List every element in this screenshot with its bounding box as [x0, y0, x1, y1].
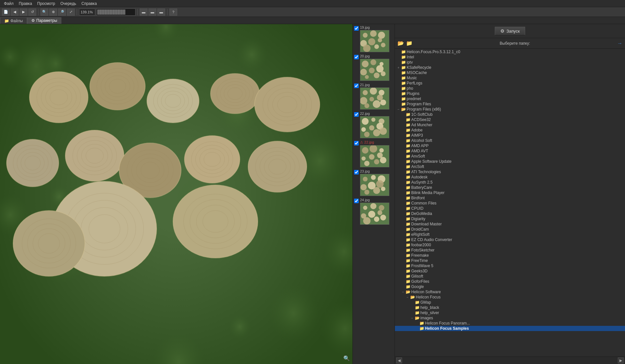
tree-item-tree-degomedia[interactable]: 📁DeGoMedia [395, 211, 625, 216]
tree-item-tree-cpuid[interactable]: 📁CPUID [395, 206, 625, 211]
tree-item-tree-amd-avt[interactable]: 📁AMD AVT [395, 148, 625, 154]
tree-item-tree-helicon-focus-samples[interactable]: 📁Helicon Focus Samples [395, 326, 625, 331]
thumbnail-item-thumb-21[interactable]: 21.jpg [353, 82, 395, 110]
tree-item-tree-erightsoft[interactable]: 📁eRightSoft [395, 232, 625, 237]
tree-item-tree-acdsee32[interactable]: 📁ACDSee32 [395, 117, 625, 122]
tree-item-tree-anvsoft[interactable]: 📁AnvSoft [395, 154, 625, 159]
thumb-checkbox-thumb-21[interactable] [354, 83, 359, 88]
thumb-image-thumb-23[interactable] [360, 174, 389, 196]
thumb-checkbox-thumb-19[interactable] [354, 26, 359, 31]
tb-view-btn3[interactable]: ▬ [157, 8, 165, 16]
menu-view[interactable]: Просмотр [35, 1, 58, 7]
tree-item-tree-gmap[interactable]: 📁GMap [395, 300, 625, 305]
tree-item-tree-helicon-focus[interactable]: −📂Helicon Focus [395, 295, 625, 300]
tb-zoom-in-button[interactable]: 🔍 [40, 8, 48, 16]
tree-item-tree-ad-muncher[interactable]: 📁Ad Muncher [395, 122, 625, 128]
tree-item-tree-ez-cd-audio-converter[interactable]: 📁EZ CD Audio Converter [395, 237, 625, 242]
tree-item-tree-amd-app[interactable]: 📁AMD APP [395, 143, 625, 148]
tree-expand-tree-helicon-software[interactable]: − [401, 290, 405, 294]
tree-item-tree-arcsoft[interactable]: 📁ArcSoft [395, 164, 625, 169]
tree-item-tree-bilink-media-player[interactable]: 📁Bilink Media Player [395, 190, 625, 195]
tab-params[interactable]: ⚙ Параметры [27, 17, 61, 24]
thumb-checkbox-thumb-22b[interactable] [354, 141, 359, 145]
tree-item-tree-freetime[interactable]: 📁FreeTime [395, 258, 625, 263]
tree-item-tree-aimp3[interactable]: 📁AIMP3 [395, 133, 625, 138]
magnify-icon[interactable]: 🔍 [343, 355, 350, 361]
tree-item-tree-google[interactable]: 📁Google [395, 284, 625, 289]
tree-expand-tree-images[interactable]: − [410, 316, 414, 320]
thumb-checkbox-thumb-23[interactable] [354, 170, 359, 174]
file-tree[interactable]: 📁Helicon.Focus.Pro.5.3.12.1_c0📁Intel📁ipt… [395, 49, 625, 356]
tree-expand-tree-program-files-x86[interactable]: − [396, 107, 401, 112]
tab-files[interactable]: 📁 Файлы [0, 17, 27, 24]
tree-item-tree-program-files-x86[interactable]: −📂Program Files (x86) [395, 107, 625, 112]
tree-item-tree-frostwave-5[interactable]: 📁FrostWave 5 [395, 263, 625, 268]
thumb-checkbox-thumb-24[interactable] [354, 199, 359, 203]
menu-edit[interactable]: Правка [16, 1, 35, 7]
tree-item-tree-images[interactable]: −📂images [395, 315, 625, 321]
tree-item-tree-alcohol-soft[interactable]: 📁Alcohol Soft [395, 138, 625, 143]
thumbnail-panel[interactable]: 19.jpg20.jpg21.jpg22.jpg⚠ 22.jpg23.jpg24… [352, 24, 395, 364]
tree-item-tree-program-files[interactable]: 📁Program Files [395, 101, 625, 107]
thumb-checkbox-thumb-20[interactable] [354, 55, 359, 59]
tree-item-tree-predmet[interactable]: 📁predmet [395, 96, 625, 101]
tree-item-tree-fotosketcher[interactable]: 📁FotoSketcher [395, 248, 625, 253]
tree-item-tree-help-black[interactable]: 📁help_black [395, 305, 625, 310]
thumbnail-item-thumb-22[interactable]: 22.jpg [353, 110, 395, 139]
thumb-image-thumb-24[interactable] [360, 203, 389, 225]
thumbnail-item-thumb-24[interactable]: 24.jpg [353, 197, 395, 225]
folder-arrow-btn[interactable]: → [617, 40, 622, 46]
tree-item-tree-help-silver[interactable]: 📁help_silver [395, 310, 625, 315]
tree-item-tree-download-master[interactable]: 📁Download Master [395, 221, 625, 227]
tree-item-tree-plugins[interactable]: 📁Plugins [395, 91, 625, 96]
menu-file[interactable]: Файл [1, 1, 16, 7]
tb-back-button[interactable]: ◀ [11, 8, 19, 16]
menu-queue[interactable]: Очередь [58, 1, 79, 7]
tree-item-tree-batterycare[interactable]: 📁BatteryCare [395, 185, 625, 190]
tree-item-tree-freemake[interactable]: 📁Freemake [395, 253, 625, 258]
tree-nav-left[interactable]: ◀ [396, 357, 402, 363]
tb-view-btn1[interactable]: ▬ [140, 8, 148, 16]
tree-item-tree-intel[interactable]: 📁Intel [395, 54, 625, 60]
thumbnail-item-thumb-20[interactable]: 20.jpg [353, 53, 395, 82]
tb-zoom-reset-button[interactable]: ⊕ [49, 8, 57, 16]
tree-item-tree-1c-softclub[interactable]: 📁1C-SoftClub [395, 112, 625, 117]
thumbnail-item-thumb-22b[interactable]: ⚠ 22.jpg [353, 139, 395, 168]
tree-item-tree-pho[interactable]: 📁pho [395, 86, 625, 91]
tree-expand-tree-ksaferecycle[interactable]: + [396, 65, 401, 70]
tb-new-button[interactable]: 📄 [2, 8, 10, 16]
zapusk-button[interactable]: ⚙ Запуск [495, 27, 525, 35]
tb-zoom-out-button[interactable]: 🔎 [58, 8, 66, 16]
tree-item-tree-helicon-focus-panorama[interactable]: 📁Helicon Focus Panoram... [395, 321, 625, 326]
tb-zoom-fit-button[interactable]: ⤢ [67, 8, 75, 16]
tree-item-tree-ausynth[interactable]: 📁AuSynth 2.5 [395, 180, 625, 185]
tree-item-tree-ati-technologies[interactable]: 📁ATI Technologies [395, 169, 625, 174]
tree-item-tree-autodesk[interactable]: 📁Autodesk [395, 174, 625, 180]
thumb-image-thumb-19[interactable] [360, 30, 389, 52]
tree-item-tree-droidcam[interactable]: 📁DroidCam [395, 227, 625, 232]
tree-item-tree-helicon-focus-pro[interactable]: 📁Helicon.Focus.Pro.5.3.12.1_c0 [395, 49, 625, 54]
tree-item-tree-geeks3d[interactable]: 📁Geeks3D [395, 268, 625, 274]
thumb-checkbox-thumb-22[interactable] [354, 112, 359, 117]
tree-item-tree-digiarity[interactable]: 📁Digiarity [395, 216, 625, 221]
tree-item-tree-gilisoft[interactable]: 📁Gilisoft [395, 274, 625, 279]
tb-refresh-button[interactable]: ↺ [28, 8, 36, 16]
tree-item-tree-apple-software-update[interactable]: 📁Apple Software Update [395, 159, 625, 164]
thumbnail-item-thumb-19[interactable]: 19.jpg [353, 24, 395, 53]
thumb-image-thumb-22b[interactable] [360, 145, 389, 167]
tree-item-tree-goforfiles[interactable]: 📁GoforFiles [395, 279, 625, 284]
tree-item-tree-birdfont[interactable]: 📁Birdfont [395, 195, 625, 201]
tb-view-btn2[interactable]: ▬ [148, 8, 156, 16]
thumb-image-thumb-21[interactable] [360, 87, 389, 110]
tree-item-tree-msocache[interactable]: 📁MSOCache [395, 70, 625, 75]
tree-expand-tree-helicon-focus[interactable]: − [405, 295, 410, 299]
tree-item-tree-helicon-software[interactable]: −📂Helicon Software [395, 289, 625, 295]
tree-item-tree-adobe[interactable]: 📁Adobe [395, 128, 625, 133]
tree-item-tree-iptv[interactable]: 📁iptv [395, 60, 625, 65]
menu-help[interactable]: Справка [79, 1, 99, 7]
tree-item-tree-ksaferecycle[interactable]: +📁KSafeRecycle [395, 65, 625, 70]
tree-item-tree-perflogs[interactable]: 📁PerfLogs [395, 81, 625, 86]
tree-item-tree-foobar2000[interactable]: 📁foobar2000 [395, 242, 625, 248]
tree-nav-right[interactable]: ▶ [618, 357, 624, 363]
tree-item-tree-common-files[interactable]: 📁Common Files [395, 201, 625, 206]
